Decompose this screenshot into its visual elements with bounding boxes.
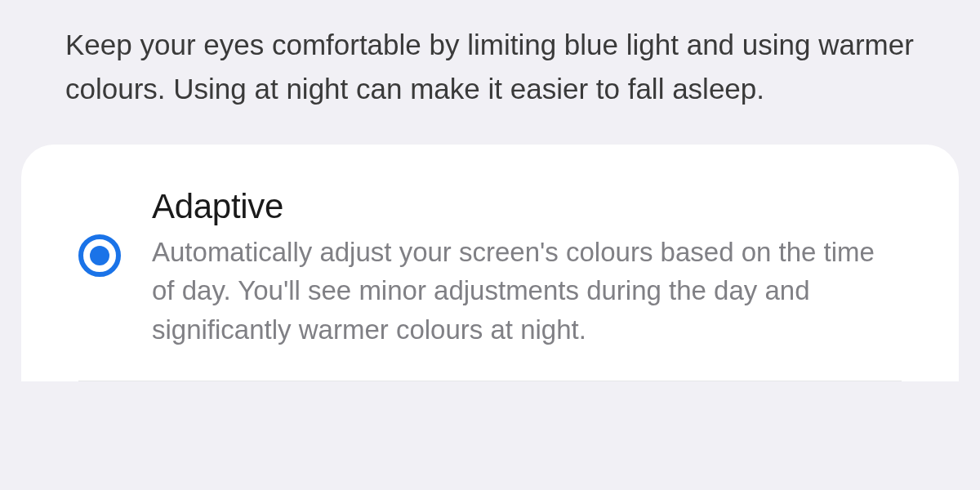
feature-description: Keep your eyes comfortable by limiting b… <box>0 0 980 145</box>
radio-adaptive[interactable] <box>78 234 121 277</box>
radio-selected-icon <box>78 234 121 277</box>
options-card: Adaptive Automatically adjust your scree… <box>21 145 959 382</box>
option-adaptive-title: Adaptive <box>152 187 902 226</box>
option-adaptive-text: Adaptive Automatically adjust your scree… <box>152 187 902 350</box>
option-adaptive[interactable]: Adaptive Automatically adjust your scree… <box>78 187 902 382</box>
option-adaptive-description: Automatically adjust your screen's colou… <box>152 233 902 350</box>
